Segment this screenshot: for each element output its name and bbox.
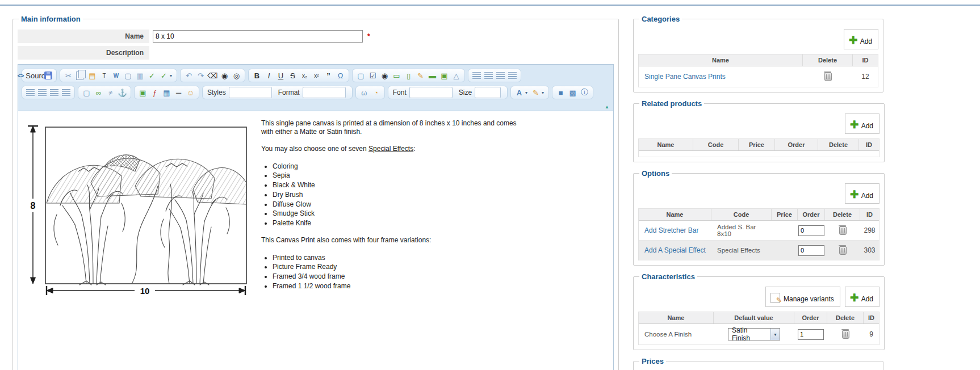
- source-button[interactable]: <> Source: [24, 70, 42, 82]
- text-field-icon[interactable]: ▭: [391, 70, 403, 82]
- align-left-icon[interactable]: [24, 87, 36, 99]
- page-icon[interactable]: ▢: [81, 87, 93, 99]
- show-blocks-icon[interactable]: ▩: [567, 87, 579, 99]
- magnifier-icon[interactable]: ◔: [370, 87, 382, 99]
- size-combo[interactable]: [475, 87, 501, 98]
- table-icon[interactable]: ▦: [161, 87, 173, 99]
- select-field-icon[interactable]: ▬: [426, 70, 438, 82]
- format-label: Format: [278, 89, 300, 96]
- link-icon[interactable]: ∞: [93, 87, 104, 99]
- add-button[interactable]: ✚ Add: [845, 183, 880, 204]
- background-color-caret-icon[interactable]: ▾: [542, 90, 546, 95]
- spellcheck-icon[interactable]: ✓: [146, 70, 158, 82]
- special-char-icon[interactable]: Ω: [334, 70, 346, 82]
- numbered-list-icon[interactable]: [471, 70, 483, 82]
- spellcheck-menu-icon[interactable]: ✓: [158, 70, 170, 82]
- underline-icon[interactable]: U: [275, 70, 287, 82]
- ruler-icon[interactable]: △: [450, 70, 462, 82]
- about-icon[interactable]: ⓘ: [579, 87, 590, 99]
- name-input[interactable]: [153, 30, 363, 43]
- add-button[interactable]: ✚ Add: [845, 287, 880, 307]
- remove-format-icon[interactable]: ⌫: [207, 70, 219, 82]
- styles-combo[interactable]: [229, 87, 272, 98]
- add-button[interactable]: ✚ Add: [845, 113, 880, 134]
- add-button-label: Add: [860, 38, 872, 45]
- option-link[interactable]: Add Stretcher Bar: [644, 226, 698, 234]
- cut-icon[interactable]: ✂: [62, 70, 74, 82]
- align-right-icon[interactable]: [48, 87, 60, 99]
- subscript-icon[interactable]: x₂: [299, 70, 311, 82]
- prices-panel: Prices ✚ Add: [633, 357, 883, 370]
- trash-icon[interactable]: [824, 73, 832, 81]
- paste-text-icon[interactable]: T: [98, 70, 110, 82]
- bulleted-list-icon[interactable]: [483, 70, 495, 82]
- anchor-icon[interactable]: ⚓: [116, 87, 128, 99]
- bold-icon[interactable]: B: [251, 70, 263, 82]
- radio-icon[interactable]: ◉: [379, 70, 391, 82]
- paste-icon[interactable]: ▤: [86, 70, 98, 82]
- delete-cell: [803, 73, 853, 81]
- order-input[interactable]: [798, 225, 824, 236]
- outdent-icon[interactable]: [495, 70, 506, 82]
- trash-icon[interactable]: [842, 330, 849, 339]
- unlink-icon[interactable]: ≠: [104, 87, 116, 99]
- blockquote-icon[interactable]: ”: [323, 70, 334, 82]
- undo-icon[interactable]: ↶: [183, 70, 195, 82]
- category-name-cell: Single Pane Canvas Prints: [639, 73, 803, 81]
- order-input[interactable]: [798, 329, 824, 340]
- hidden-field-icon[interactable]: ▢: [355, 70, 367, 82]
- background-color-icon[interactable]: ✎: [530, 87, 542, 99]
- copy-icon[interactable]: [74, 70, 86, 82]
- toolbar-group-links: ▢ ∞ ≠ ⚓: [78, 86, 131, 99]
- form-edit-icon[interactable]: ✎: [414, 70, 426, 82]
- spellcheck-caret-icon[interactable]: ▾: [170, 73, 174, 78]
- maximize-icon[interactable]: ■: [555, 87, 567, 99]
- format-combo[interactable]: [303, 87, 346, 98]
- default-value-select[interactable]: Satin Finish ▼: [728, 328, 780, 340]
- save-button[interactable]: [42, 70, 54, 82]
- image-icon[interactable]: ▣: [137, 87, 149, 99]
- strikethrough-icon[interactable]: S: [287, 70, 299, 82]
- editor-content-area[interactable]: 8 10 This single pane canvas is printed …: [18, 111, 613, 370]
- option-link[interactable]: Add A Special Effect: [644, 246, 706, 254]
- manage-variants-button[interactable]: Manage variants: [765, 287, 840, 307]
- categories-panel: Categories ✚ Add Name Delete ID Single P…: [633, 15, 883, 93]
- order-input[interactable]: [798, 245, 824, 256]
- superscript-icon[interactable]: x²: [311, 70, 323, 82]
- collapse-toolbar-icon[interactable]: ▲: [605, 105, 609, 110]
- column-header: Delete: [803, 54, 853, 66]
- horizontal-rule-icon[interactable]: ─: [173, 87, 185, 99]
- italic-icon[interactable]: I: [263, 70, 275, 82]
- category-link[interactable]: Single Pane Canvas Prints: [644, 73, 726, 81]
- find-icon[interactable]: ◉: [219, 70, 231, 82]
- universal-keyboard-icon[interactable]: ω: [358, 87, 370, 99]
- text-color-caret-icon[interactable]: ▾: [525, 90, 530, 95]
- print-icon[interactable]: ▥: [134, 70, 146, 82]
- paste-word-icon[interactable]: W: [110, 70, 122, 82]
- canvas-sketch-image: 8 10: [24, 119, 253, 300]
- align-center-icon[interactable]: [36, 87, 48, 99]
- table-row: Add A Special Effect Special Effects 303: [639, 241, 879, 260]
- trash-icon[interactable]: [839, 246, 847, 255]
- checkbox-icon[interactable]: ☑: [367, 70, 379, 82]
- flash-icon[interactable]: ƒ: [149, 87, 161, 99]
- redo-icon[interactable]: ↷: [195, 70, 207, 82]
- indent-icon[interactable]: [506, 70, 518, 82]
- column-header: Name: [639, 54, 803, 66]
- smiley-icon[interactable]: ☺: [185, 87, 196, 99]
- font-combo[interactable]: [409, 87, 453, 98]
- trash-icon[interactable]: [839, 226, 847, 235]
- column-header: Delete: [825, 209, 860, 220]
- list-item: Sepia: [273, 171, 528, 180]
- add-button[interactable]: ✚ Add: [844, 29, 878, 49]
- name-label: Name: [18, 30, 149, 43]
- text-color-icon[interactable]: A: [513, 87, 525, 99]
- textarea-icon[interactable]: ▯: [403, 70, 414, 82]
- para2-prefix: You may also choose one of seven: [261, 145, 368, 153]
- replace-icon[interactable]: ◎: [231, 70, 242, 82]
- align-justify-glyph: [62, 89, 70, 96]
- copy-glyph: [76, 72, 83, 80]
- select-all-icon[interactable]: ▢: [122, 70, 134, 82]
- image-button-icon[interactable]: ▣: [438, 70, 450, 82]
- align-justify-icon[interactable]: [60, 87, 72, 99]
